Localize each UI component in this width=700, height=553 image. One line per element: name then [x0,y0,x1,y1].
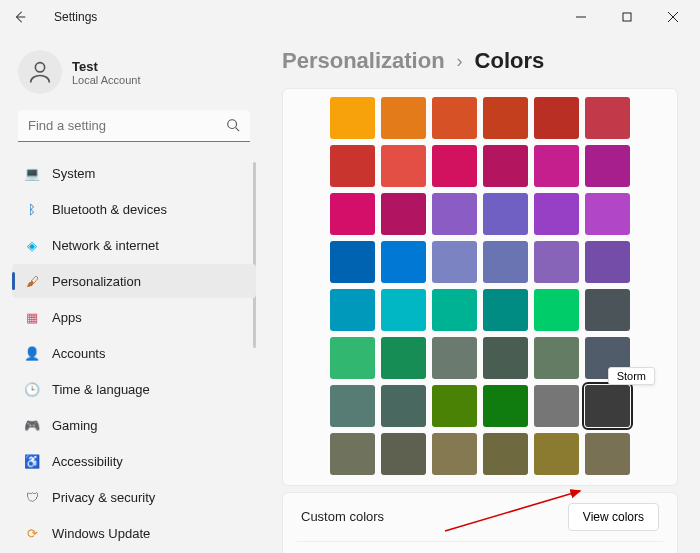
color-swatch[interactable] [330,289,375,331]
sidebar-item-windows-update[interactable]: ⟳Windows Update [12,516,256,550]
color-swatch[interactable] [585,289,630,331]
color-swatch[interactable] [483,289,528,331]
color-swatch[interactable] [483,97,528,139]
svg-point-4 [35,63,44,72]
color-grid [297,97,663,475]
color-swatch[interactable] [585,433,630,475]
nav-icon: 🛡 [24,489,40,505]
color-swatch[interactable] [483,385,528,427]
breadcrumb-current: Colors [475,48,545,74]
sidebar-item-time-language[interactable]: 🕒Time & language [12,372,256,406]
profile-account: Local Account [72,74,141,86]
color-swatch[interactable] [330,193,375,235]
color-swatch[interactable] [483,433,528,475]
sidebar-item-apps[interactable]: ▦Apps [12,300,256,334]
nav-icon: ◈ [24,237,40,253]
color-swatch[interactable] [432,385,477,427]
nav-label: Bluetooth & devices [52,202,167,217]
chevron-right-icon: › [457,51,463,72]
color-swatch[interactable] [483,193,528,235]
color-swatch[interactable] [534,433,579,475]
sidebar-item-personalization[interactable]: 🖌Personalization [12,264,256,298]
color-swatch[interactable] [330,145,375,187]
nav-label: Windows Update [52,526,150,541]
nav-label: System [52,166,95,181]
search-icon [226,118,242,134]
color-swatch[interactable] [585,145,630,187]
color-swatch[interactable] [381,193,426,235]
nav-icon: ᛒ [24,201,40,217]
nav-label: Apps [52,310,82,325]
color-swatch[interactable] [432,433,477,475]
color-swatch[interactable] [381,145,426,187]
search-input[interactable] [18,110,250,142]
color-swatch[interactable] [330,97,375,139]
color-swatch[interactable] [483,241,528,283]
svg-line-6 [236,128,240,132]
custom-colors-label: Custom colors [301,509,568,526]
color-swatch[interactable] [534,193,579,235]
view-colors-button[interactable]: View colors [568,503,659,531]
sidebar-item-privacy-security[interactable]: 🛡Privacy & security [12,480,256,514]
color-swatch[interactable] [381,385,426,427]
nav-label: Privacy & security [52,490,155,505]
custom-colors-card: Custom colors View colors Show accent co… [282,492,678,553]
color-swatch[interactable] [534,145,579,187]
nav-list: 💻SystemᛒBluetooth & devices◈Network & in… [12,156,256,550]
color-swatch[interactable] [585,241,630,283]
color-swatch[interactable] [432,337,477,379]
color-swatch[interactable] [330,337,375,379]
sidebar-item-accessibility[interactable]: ♿Accessibility [12,444,256,478]
nav-icon: 🕒 [24,381,40,397]
color-swatch[interactable] [483,337,528,379]
avatar [18,50,62,94]
nav-label: Time & language [52,382,150,397]
color-swatch[interactable] [432,145,477,187]
sidebar-item-accounts[interactable]: 👤Accounts [12,336,256,370]
breadcrumb: Personalization › Colors [282,48,678,74]
nav-label: Accessibility [52,454,123,469]
sidebar-item-system[interactable]: 💻System [12,156,256,190]
color-swatch[interactable] [330,241,375,283]
nav-icon: ⟳ [24,525,40,541]
back-button[interactable] [4,1,36,33]
minimize-button[interactable] [558,2,604,32]
close-button[interactable] [650,2,696,32]
nav-label: Network & internet [52,238,159,253]
color-swatch[interactable] [483,145,528,187]
color-swatch[interactable] [534,241,579,283]
color-swatch[interactable] [585,97,630,139]
color-swatch[interactable] [432,241,477,283]
nav-icon: 💻 [24,165,40,181]
color-swatch[interactable] [432,97,477,139]
window-title: Settings [54,10,97,24]
color-swatch[interactable] [534,385,579,427]
nav-icon: 🎮 [24,417,40,433]
nav-icon: ♿ [24,453,40,469]
color-swatch[interactable] [534,337,579,379]
color-swatch[interactable] [381,241,426,283]
nav-label: Gaming [52,418,98,433]
maximize-button[interactable] [604,2,650,32]
svg-point-5 [228,120,237,129]
color-swatch[interactable] [381,433,426,475]
color-swatch[interactable] [381,337,426,379]
color-swatch[interactable] [381,97,426,139]
color-swatch[interactable] [330,433,375,475]
color-swatch[interactable] [432,193,477,235]
color-swatch[interactable] [534,289,579,331]
search-box[interactable] [18,110,250,142]
sidebar-item-bluetooth-devices[interactable]: ᛒBluetooth & devices [12,192,256,226]
sidebar-item-gaming[interactable]: 🎮Gaming [12,408,256,442]
color-swatch[interactable] [381,289,426,331]
accent-colors-card: Storm [282,88,678,486]
color-swatch[interactable] [585,385,630,427]
color-swatch[interactable] [585,193,630,235]
breadcrumb-parent[interactable]: Personalization [282,48,445,74]
color-swatch[interactable] [534,97,579,139]
nav-label: Personalization [52,274,141,289]
color-swatch[interactable] [330,385,375,427]
profile-block[interactable]: Test Local Account [12,46,256,110]
sidebar-item-network-internet[interactable]: ◈Network & internet [12,228,256,262]
color-swatch[interactable] [432,289,477,331]
